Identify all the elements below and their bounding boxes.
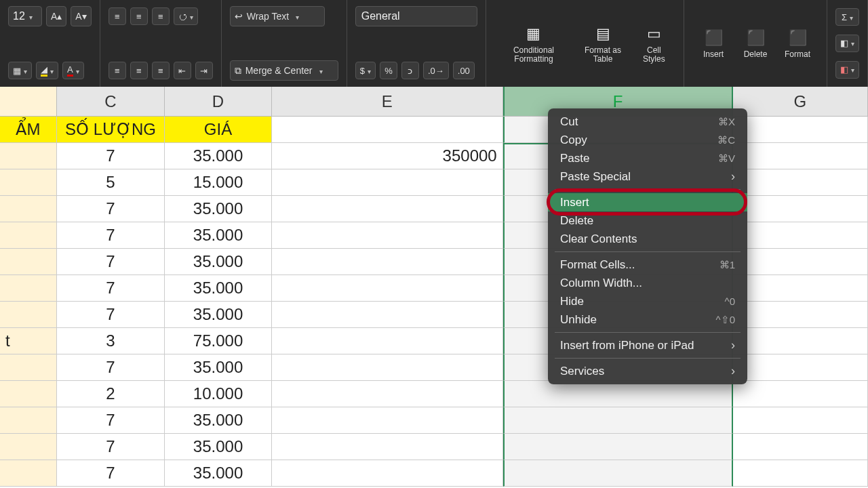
align-top-button[interactable]: ≡ [108,7,126,25]
cell-E[interactable] [272,169,503,196]
clear-button[interactable]: ◧ [835,61,859,79]
cell-B[interactable] [0,407,57,434]
cell-D[interactable]: 35.000 [165,302,272,328]
cell-E[interactable] [272,354,503,381]
cell-C[interactable]: 3 [57,328,165,354]
cell-D[interactable]: 10.000 [165,381,272,407]
cell-F[interactable] [503,381,733,407]
cell-D[interactable]: 35.000 [165,249,272,275]
format-as-table-button[interactable]: ▤ Format as Table [573,20,633,66]
fill-color-button[interactable]: ◢ [36,62,58,79]
cell-B[interactable] [0,302,57,328]
cell-E[interactable] [272,196,503,222]
borders-button[interactable]: ▦ [8,62,32,79]
cell-E[interactable] [272,381,503,407]
cell-B[interactable] [0,354,57,381]
cell-F[interactable] [503,407,733,434]
cell-C[interactable]: 2 [57,381,165,407]
conditional-formatting-button[interactable]: ▦ Conditional Formatting [494,20,574,66]
cell-G[interactable] [733,354,868,381]
currency-button[interactable]: $ [355,62,376,79]
cell-B[interactable] [0,434,57,460]
insert-cells-button[interactable]: ⬛ Insert [692,24,734,62]
cell-C[interactable]: 7 [57,143,165,169]
colhead-D[interactable]: D [165,87,272,116]
cell-B[interactable] [0,381,57,407]
increase-indent-button[interactable]: ⇥ [195,62,213,79]
cell-E1[interactable] [272,117,503,143]
ctx-clear-contents[interactable]: Clear Contents [548,230,747,248]
cell-D[interactable]: 35.000 [165,434,272,460]
cell-G[interactable] [733,249,868,275]
cell-B[interactable]: t [0,328,57,354]
cell-D[interactable]: 35.000 [165,222,272,249]
cell-E[interactable] [272,407,503,434]
ctx-paste-special[interactable]: Paste Special [548,167,747,186]
cell-E[interactable] [272,275,503,302]
ctx-paste[interactable]: Paste⌘V [548,149,747,167]
cell-D[interactable]: 35.000 [165,407,272,434]
cell-G[interactable] [733,275,868,302]
cell-G[interactable] [733,460,868,487]
number-format-select[interactable]: General [355,6,477,26]
align-center-button[interactable]: ≡ [130,62,148,79]
cell-B[interactable] [0,143,57,169]
cell-E[interactable] [272,249,503,275]
cell-C[interactable]: 7 [57,249,165,275]
cell-C[interactable]: 5 [57,169,165,196]
decrease-font-button[interactable]: A▾ [71,6,91,26]
cell-D[interactable]: 35.000 [165,275,272,302]
ctx-services[interactable]: Services [548,362,747,380]
font-color-button[interactable]: A [62,62,84,79]
cell-C[interactable]: 7 [57,354,165,381]
align-left-button[interactable]: ≡ [108,62,126,79]
ctx-copy[interactable]: Copy⌘C [548,131,747,149]
colhead-E[interactable]: E [272,87,503,116]
cell-B[interactable] [0,222,57,249]
autosum-button[interactable]: Σ [835,8,859,26]
cell-C[interactable]: 7 [57,460,165,487]
cell-G[interactable] [733,328,868,354]
cell-G[interactable] [733,222,868,249]
align-bottom-button[interactable]: ≡ [152,7,170,25]
delete-cells-button[interactable]: ⬛ Delete [734,24,776,62]
cell-D[interactable]: 35.000 [165,460,272,487]
cell-G[interactable] [733,196,868,222]
header-C[interactable]: SỐ LƯỢNG [57,117,165,143]
cell-C[interactable]: 7 [57,302,165,328]
cell-B[interactable] [0,169,57,196]
ctx-format-cells[interactable]: Format Cells...⌘1 [548,256,747,274]
decrease-indent-button[interactable]: ⇤ [174,62,191,79]
ctx-insert[interactable]: Insert [548,193,747,211]
cell-B[interactable] [0,460,57,487]
decrease-decimal-button[interactable]: .00 [453,62,475,79]
cell-C[interactable]: 7 [57,196,165,222]
cell-G[interactable] [733,169,868,196]
format-cells-button[interactable]: ⬛ Format [776,24,818,62]
cell-B[interactable] [0,196,57,222]
cell-D[interactable]: 15.000 [165,169,272,196]
increase-font-button[interactable]: A▴ [46,6,66,26]
cell-D[interactable]: 35.000 [165,196,272,222]
cell-styles-button[interactable]: ▭ Cell Styles [633,20,675,66]
wrap-text-button[interactable]: ↩ Wrap Text [230,6,325,26]
align-right-button[interactable]: ≡ [152,62,170,79]
cell-D[interactable]: 75.000 [165,328,272,354]
colhead-G[interactable]: G [733,87,868,116]
ctx-hide[interactable]: Hide^0 [548,292,747,310]
cell-B[interactable] [0,249,57,275]
ctx-cut[interactable]: Cut⌘X [548,113,747,131]
ctx-delete[interactable]: Delete [548,211,747,230]
cell-G[interactable] [733,143,868,169]
cell-G[interactable] [733,407,868,434]
cell-G[interactable] [733,434,868,460]
align-middle-button[interactable]: ≡ [130,7,148,25]
cell-E[interactable] [272,302,503,328]
increase-decimal-button[interactable]: .0→ [423,62,449,79]
ctx-insert-iphone[interactable]: Insert from iPhone or iPad [548,336,747,354]
cell-D[interactable]: 35.000 [165,354,272,381]
cell-E[interactable] [272,328,503,354]
cell-F[interactable] [503,434,733,460]
cell-E[interactable] [272,434,503,460]
cell-G[interactable] [733,302,868,328]
